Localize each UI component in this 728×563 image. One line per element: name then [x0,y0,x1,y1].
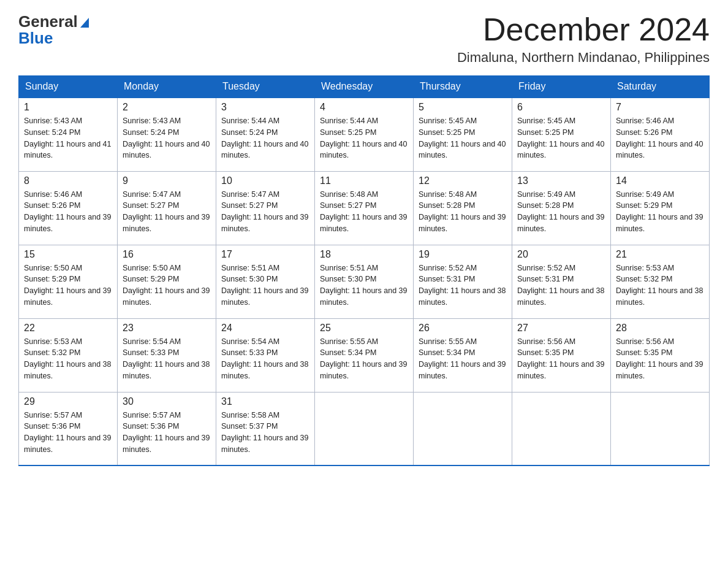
sun-info: Sunrise: 5:54 AMSunset: 5:33 PMDaylight:… [123,337,210,380]
sun-info: Sunrise: 5:51 AMSunset: 5:30 PMDaylight:… [320,264,407,307]
table-row: 5 Sunrise: 5:45 AMSunset: 5:25 PMDayligh… [414,98,512,171]
day-number: 30 [123,396,211,407]
logo: General Blue [18,12,91,48]
sun-info: Sunrise: 5:57 AMSunset: 5:36 PMDaylight:… [123,411,210,454]
calendar-week-row: 22 Sunrise: 5:53 AMSunset: 5:32 PMDaylig… [19,318,710,392]
header-monday: Monday [118,76,216,98]
calendar-week-row: 8 Sunrise: 5:46 AMSunset: 5:26 PMDayligh… [19,171,710,245]
table-row: 18 Sunrise: 5:51 AMSunset: 5:30 PMDaylig… [315,245,414,318]
sun-info: Sunrise: 5:45 AMSunset: 5:25 PMDaylight:… [419,117,506,159]
table-row: 7 Sunrise: 5:46 AMSunset: 5:26 PMDayligh… [611,98,710,171]
calendar-table: Sunday Monday Tuesday Wednesday Thursday… [18,75,710,466]
sun-info: Sunrise: 5:43 AMSunset: 5:24 PMDaylight:… [24,117,111,159]
table-row: 27 Sunrise: 5:56 AMSunset: 5:35 PMDaylig… [512,318,611,392]
sun-info: Sunrise: 5:45 AMSunset: 5:25 PMDaylight:… [517,117,604,159]
location-subtitle: Dimaluna, Northern Mindanao, Philippines [457,50,710,66]
table-row: 30 Sunrise: 5:57 AMSunset: 5:36 PMDaylig… [118,392,216,465]
sun-info: Sunrise: 5:55 AMSunset: 5:34 PMDaylight:… [320,337,407,380]
page-header: General Blue December 2024 Dimaluna, Nor… [18,12,710,66]
day-number: 29 [24,396,112,407]
sun-info: Sunrise: 5:48 AMSunset: 5:28 PMDaylight:… [419,190,506,233]
table-row: 6 Sunrise: 5:45 AMSunset: 5:25 PMDayligh… [512,98,611,171]
sun-info: Sunrise: 5:46 AMSunset: 5:26 PMDaylight:… [616,117,703,159]
day-number: 26 [419,323,507,334]
day-number: 19 [419,249,507,260]
table-row [611,392,710,465]
sun-info: Sunrise: 5:56 AMSunset: 5:35 PMDaylight:… [616,337,703,380]
sun-info: Sunrise: 5:44 AMSunset: 5:24 PMDaylight:… [221,117,308,159]
table-row: 22 Sunrise: 5:53 AMSunset: 5:32 PMDaylig… [19,318,118,392]
day-number: 23 [123,323,211,334]
calendar-week-row: 29 Sunrise: 5:57 AMSunset: 5:36 PMDaylig… [19,392,710,465]
sun-info: Sunrise: 5:56 AMSunset: 5:35 PMDaylight:… [517,337,604,380]
svg-marker-0 [80,18,89,28]
day-number: 22 [24,323,112,334]
table-row [414,392,512,465]
header-thursday: Thursday [414,76,512,98]
sun-info: Sunrise: 5:47 AMSunset: 5:27 PMDaylight:… [123,190,210,233]
sun-info: Sunrise: 5:44 AMSunset: 5:25 PMDaylight:… [320,117,407,159]
day-number: 9 [123,175,211,186]
sun-info: Sunrise: 5:57 AMSunset: 5:36 PMDaylight:… [24,411,111,454]
sun-info: Sunrise: 5:58 AMSunset: 5:37 PMDaylight:… [221,411,308,454]
day-number: 5 [419,102,507,113]
sun-info: Sunrise: 5:48 AMSunset: 5:27 PMDaylight:… [320,190,407,233]
table-row: 20 Sunrise: 5:52 AMSunset: 5:31 PMDaylig… [512,245,611,318]
calendar-week-row: 15 Sunrise: 5:50 AMSunset: 5:29 PMDaylig… [19,245,710,318]
logo-blue-label: Blue [18,29,53,47]
day-number: 21 [616,249,704,260]
header-wednesday: Wednesday [315,76,414,98]
month-year-title: December 2024 [457,12,710,47]
table-row: 28 Sunrise: 5:56 AMSunset: 5:35 PMDaylig… [611,318,710,392]
header-friday: Friday [512,76,611,98]
day-number: 6 [517,102,605,113]
table-row: 16 Sunrise: 5:50 AMSunset: 5:29 PMDaylig… [118,245,216,318]
table-row: 29 Sunrise: 5:57 AMSunset: 5:36 PMDaylig… [19,392,118,465]
table-row: 15 Sunrise: 5:50 AMSunset: 5:29 PMDaylig… [19,245,118,318]
sun-info: Sunrise: 5:46 AMSunset: 5:26 PMDaylight:… [24,190,111,233]
day-number: 15 [24,249,112,260]
table-row [315,392,414,465]
sun-info: Sunrise: 5:49 AMSunset: 5:28 PMDaylight:… [517,190,604,233]
sun-info: Sunrise: 5:52 AMSunset: 5:31 PMDaylight:… [419,264,506,307]
day-number: 28 [616,323,704,334]
sun-info: Sunrise: 5:50 AMSunset: 5:29 PMDaylight:… [24,264,111,307]
day-number: 17 [221,249,309,260]
table-row: 23 Sunrise: 5:54 AMSunset: 5:33 PMDaylig… [118,318,216,392]
day-number: 10 [221,175,309,186]
table-row: 17 Sunrise: 5:51 AMSunset: 5:30 PMDaylig… [216,245,315,318]
sun-info: Sunrise: 5:49 AMSunset: 5:29 PMDaylight:… [616,190,703,233]
table-row: 4 Sunrise: 5:44 AMSunset: 5:25 PMDayligh… [315,98,414,171]
sun-info: Sunrise: 5:50 AMSunset: 5:29 PMDaylight:… [123,264,210,307]
table-row: 9 Sunrise: 5:47 AMSunset: 5:27 PMDayligh… [118,171,216,245]
table-row: 25 Sunrise: 5:55 AMSunset: 5:34 PMDaylig… [315,318,414,392]
table-row: 26 Sunrise: 5:55 AMSunset: 5:34 PMDaylig… [414,318,512,392]
sun-info: Sunrise: 5:54 AMSunset: 5:33 PMDaylight:… [221,337,308,380]
header-sunday: Sunday [19,76,118,98]
day-number: 14 [616,175,704,186]
logo-blue-part [78,15,91,29]
calendar-week-row: 1 Sunrise: 5:43 AMSunset: 5:24 PMDayligh… [19,98,710,171]
day-number: 2 [123,102,211,113]
day-number: 11 [320,175,408,186]
sun-info: Sunrise: 5:53 AMSunset: 5:32 PMDaylight:… [24,337,111,380]
day-number: 24 [221,323,309,334]
day-number: 18 [320,249,408,260]
day-number: 27 [517,323,605,334]
table-row: 3 Sunrise: 5:44 AMSunset: 5:24 PMDayligh… [216,98,315,171]
day-number: 12 [419,175,507,186]
table-row: 12 Sunrise: 5:48 AMSunset: 5:28 PMDaylig… [414,171,512,245]
table-row: 14 Sunrise: 5:49 AMSunset: 5:29 PMDaylig… [611,171,710,245]
table-row: 21 Sunrise: 5:53 AMSunset: 5:32 PMDaylig… [611,245,710,318]
table-row: 8 Sunrise: 5:46 AMSunset: 5:26 PMDayligh… [19,171,118,245]
sun-info: Sunrise: 5:55 AMSunset: 5:34 PMDaylight:… [419,337,506,380]
day-number: 20 [517,249,605,260]
day-number: 25 [320,323,408,334]
day-number: 31 [221,396,309,407]
table-row [512,392,611,465]
table-row: 1 Sunrise: 5:43 AMSunset: 5:24 PMDayligh… [19,98,118,171]
day-number: 1 [24,102,112,113]
calendar-header-row: Sunday Monday Tuesday Wednesday Thursday… [19,76,710,98]
table-row: 11 Sunrise: 5:48 AMSunset: 5:27 PMDaylig… [315,171,414,245]
table-row: 31 Sunrise: 5:58 AMSunset: 5:37 PMDaylig… [216,392,315,465]
